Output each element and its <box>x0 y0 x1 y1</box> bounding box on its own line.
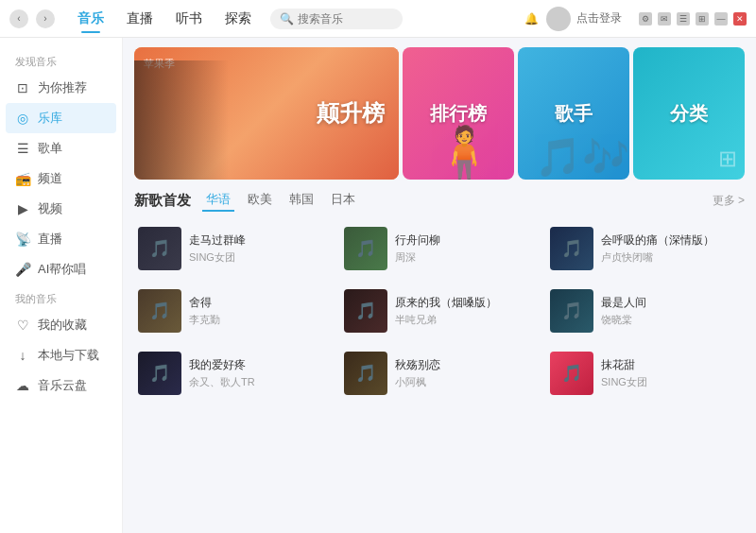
song-name: 行舟问柳 <box>395 232 535 249</box>
search-input[interactable] <box>298 12 392 26</box>
sidebar-item-live[interactable]: 📡 直播 <box>0 224 122 254</box>
song-thumb-icon: 🎵 <box>550 227 593 270</box>
download-icon: ↓ <box>15 348 30 363</box>
song-item[interactable]: 🎵 走马过群峰 SING女团 <box>134 221 333 276</box>
song-item[interactable]: 🎵 我的爱好疼 余又、歌人TR <box>134 346 333 401</box>
mail-button[interactable]: ✉ <box>658 12 671 26</box>
sidebar-item-recommend[interactable]: ⊡ 为你推荐 <box>0 73 122 103</box>
tab-korean[interactable]: 韩国 <box>285 189 318 212</box>
sidebar-item-video[interactable]: ▶ 视频 <box>0 194 122 224</box>
favorites-label: 我的收藏 <box>38 317 87 334</box>
nav-audiobook[interactable]: 听书 <box>166 7 212 31</box>
song-thumb-icon: 🎵 <box>344 352 387 395</box>
minimize-button[interactable]: — <box>714 12 728 26</box>
song-name: 最是人间 <box>601 295 741 311</box>
banner-title: 颠升榜 <box>317 98 385 129</box>
cloud-label: 音乐云盘 <box>38 377 87 394</box>
song-artist: 半吨兄弟 <box>395 313 535 327</box>
login-text[interactable]: 点击登录 <box>576 10 622 26</box>
song-artist: 周深 <box>395 250 535 265</box>
song-thumbnail: 🎵 <box>344 227 387 270</box>
main-layout: 发现音乐 ⊡ 为你推荐 ◎ 乐库 ☰ 歌单 📻 频道 ▶ 视频 📡 直播 🎤 A… <box>0 38 756 533</box>
song-item[interactable]: 🎵 最是人间 饶晓棠 <box>546 284 745 338</box>
back-button[interactable]: ‹ <box>9 9 28 28</box>
sidebar-item-library[interactable]: ◎ 乐库 <box>6 103 116 133</box>
song-item[interactable]: 🎵 原来的我（烟嗓版） 半吨兄弟 <box>340 284 539 338</box>
song-grid: 🎵 走马过群峰 SING女团 🎵 行舟问柳 周深 🎵 会呼吸的痛（深情版） 卢贞… <box>134 221 745 401</box>
settings-button[interactable]: ⚙ <box>639 12 652 26</box>
song-info: 原来的我（烟嗓版） 半吨兄弟 <box>395 295 535 327</box>
tab-japanese[interactable]: 日本 <box>327 189 359 212</box>
more-link[interactable]: 更多 > <box>713 193 745 209</box>
song-thumbnail: 🎵 <box>138 289 181 333</box>
sidebar-item-channel[interactable]: 📻 频道 <box>0 163 122 194</box>
song-thumb-icon: 🎵 <box>550 352 593 395</box>
sidebar-item-playlist[interactable]: ☰ 歌单 <box>0 133 122 163</box>
nav-music[interactable]: 音乐 <box>68 7 113 31</box>
library-label: 乐库 <box>38 110 62 127</box>
song-info: 会呼吸的痛（深情版） 卢贞快闭嘴 <box>601 232 741 265</box>
banner-main[interactable]: 苹果季 颠升榜 <box>134 47 399 180</box>
banner-category[interactable]: 分类 ⊞ <box>633 47 745 180</box>
menu-button[interactable]: ☰ <box>677 12 690 26</box>
recommend-icon: ⊡ <box>15 80 30 95</box>
nav-controls: ‹ › <box>9 9 55 28</box>
sidebar-item-favorites[interactable]: ♡ 我的收藏 <box>0 310 122 340</box>
song-thumbnail: 🎵 <box>344 352 387 395</box>
channel-label: 频道 <box>38 170 62 187</box>
song-thumbnail: 🎵 <box>550 352 593 395</box>
song-name: 会呼吸的痛（深情版） <box>601 232 741 249</box>
sidebar-item-local[interactable]: ↓ 本地与下载 <box>0 340 122 370</box>
song-info: 行舟问柳 周深 <box>395 232 535 265</box>
new-songs-section: 新歌首发 华语 欧美 韩国 日本 更多 > 🎵 走马过群峰 SING女团 🎵 行… <box>123 189 756 401</box>
sidebar-item-ai[interactable]: 🎤 AI帮你唱 <box>0 254 122 284</box>
song-item[interactable]: 🎵 舍得 李克勤 <box>134 284 333 338</box>
song-info: 我的爱好疼 余又、歌人TR <box>189 357 329 389</box>
playlist-icon: ☰ <box>15 141 30 156</box>
song-artist: SING女团 <box>601 375 741 389</box>
new-songs-header: 新歌首发 华语 欧美 韩国 日本 更多 > <box>134 189 745 212</box>
live-icon: 📡 <box>15 232 30 247</box>
favorites-icon: ♡ <box>15 318 30 333</box>
my-music-section-title: 我的音乐 <box>0 284 122 310</box>
ai-label: AI帮你唱 <box>38 261 86 278</box>
nav-explore[interactable]: 探索 <box>215 7 261 31</box>
close-button[interactable]: ✕ <box>733 12 747 26</box>
tab-list: 华语 欧美 韩国 日本 <box>202 189 359 212</box>
cloud-icon: ☁ <box>15 378 30 393</box>
song-name: 走马过群峰 <box>189 232 329 249</box>
nav-live[interactable]: 直播 <box>117 7 163 31</box>
discover-section-title: 发现音乐 <box>0 47 122 73</box>
search-bar[interactable]: 🔍 <box>270 9 403 29</box>
song-name: 我的爱好疼 <box>189 357 329 373</box>
title-bar-right: 🔔 点击登录 ⚙ ✉ ☰ ⊞ — ✕ <box>524 7 747 31</box>
song-thumbnail: 🎵 <box>138 227 181 270</box>
sidebar: 发现音乐 ⊡ 为你推荐 ◎ 乐库 ☰ 歌单 📻 频道 ▶ 视频 📡 直播 🎤 A… <box>0 38 123 533</box>
song-thumb-icon: 🎵 <box>138 227 181 270</box>
song-info: 走马过群峰 SING女团 <box>189 232 329 265</box>
song-item[interactable]: 🎵 行舟问柳 周深 <box>340 221 539 276</box>
bell-icon[interactable]: 🔔 <box>524 12 539 26</box>
song-artist: 小阿枫 <box>395 375 535 389</box>
live-label: 直播 <box>38 231 62 248</box>
song-thumbnail: 🎵 <box>138 352 181 395</box>
song-artist: 李克勤 <box>189 313 329 327</box>
tab-chinese[interactable]: 华语 <box>202 189 234 212</box>
main-navigation: 音乐 直播 听书 探索 <box>68 7 261 31</box>
song-item[interactable]: 🎵 抹花甜 SING女团 <box>546 346 745 401</box>
sidebar-item-cloud[interactable]: ☁ 音乐云盘 <box>0 370 122 401</box>
switch-button[interactable]: ⊞ <box>696 12 709 26</box>
forward-button[interactable]: › <box>36 9 55 28</box>
song-name: 秋殇别恋 <box>395 357 535 373</box>
song-thumbnail: 🎵 <box>344 289 387 333</box>
song-item[interactable]: 🎵 会呼吸的痛（深情版） 卢贞快闭嘴 <box>546 221 745 276</box>
song-info: 最是人间 饶晓棠 <box>601 295 741 327</box>
banner-artist[interactable]: 歌手 🎵🎶 <box>518 47 629 180</box>
video-icon: ▶ <box>15 201 30 216</box>
banner-ranking[interactable]: 排行榜 🧍 <box>403 47 514 180</box>
song-info: 秋殇别恋 小阿枫 <box>395 357 535 389</box>
avatar-area[interactable]: 点击登录 <box>546 7 622 31</box>
song-item[interactable]: 🎵 秋殇别恋 小阿枫 <box>340 346 539 401</box>
video-label: 视频 <box>38 200 62 217</box>
tab-western[interactable]: 欧美 <box>244 189 276 212</box>
